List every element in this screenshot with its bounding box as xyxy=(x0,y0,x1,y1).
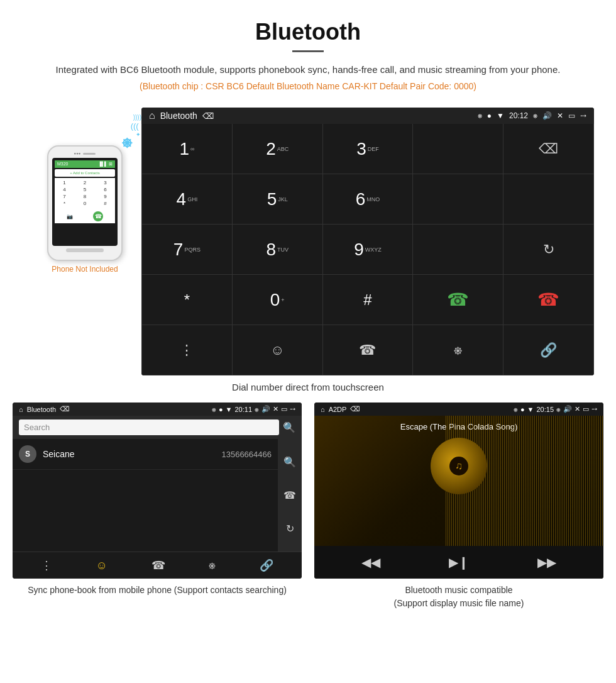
bluetooth-nav-icon: ⎈ xyxy=(454,342,462,358)
dial-backspace[interactable]: ⌫ xyxy=(503,124,594,174)
play-pause-icon[interactable]: ▶❙ xyxy=(449,555,469,570)
back-icon[interactable]: ⤍ xyxy=(580,111,586,120)
dial-contacts[interactable]: ☺ xyxy=(233,325,323,375)
pb-vol-icon: 🔊 xyxy=(261,405,270,413)
phone-call-bar: 📷 ☎ xyxy=(55,209,115,223)
pb-contacts-icon[interactable]: ☺ xyxy=(96,559,107,572)
phone-body: ●●● M320 ▐▌▌ ⊠ + Add to Contacts 1 2 3 xyxy=(47,145,123,261)
volume-icon: 🔊 xyxy=(542,111,552,120)
dial-key-hash[interactable]: # xyxy=(323,275,414,325)
phonebook-screenshot-item: ⌂ Bluetooth ⌫ ⎈ ● ▼ 20:11 ⎈ 🔊 ✕ ▭ ⤍ xyxy=(13,403,302,611)
dial-grid: 1∞ 2ABC 3DEF ⌫ 4GHI 5JKL xyxy=(141,124,594,375)
music-album-art: ♫ xyxy=(431,438,487,494)
music-back-icon[interactable]: ⤍ xyxy=(591,405,597,413)
dial-key-6[interactable]: 6MNO xyxy=(323,174,414,225)
music-vol-icon: 🔊 xyxy=(563,405,572,413)
music-screen-title: A2DP xyxy=(329,406,347,413)
link-icon: 🔗 xyxy=(540,342,557,358)
apps-icon: ⋮ xyxy=(180,342,194,358)
phone-call-button[interactable]: ☎ xyxy=(93,211,103,221)
music-status-bar: ⌂ A2DP ⌫ ⎈ ● ▼ 20:15 ⎈ 🔊 ✕ ▭ ⤍ xyxy=(314,403,603,416)
music-home-icon[interactable]: ⌂ xyxy=(321,406,325,413)
dial-key-8[interactable]: 8TUV xyxy=(233,225,323,275)
phone-numpad-row-1: 1 2 3 xyxy=(57,180,113,186)
music-x-icon[interactable]: ✕ xyxy=(575,405,580,413)
pb-x-icon[interactable]: ✕ xyxy=(273,405,278,413)
page-title: Bluetooth xyxy=(13,19,603,45)
dial-key-star[interactable]: * xyxy=(142,275,233,325)
pb-side-search-icon[interactable]: 🔍 xyxy=(283,456,296,468)
pb-link-icon[interactable]: 🔗 xyxy=(260,558,273,572)
pb-side-reload-icon[interactable]: ↻ xyxy=(286,523,294,535)
title-underline xyxy=(292,50,324,52)
camera-icon: 📷 xyxy=(67,214,73,219)
status-right: ⎈ ● ▼ 20:12 ⎈ 🔊 ✕ ▭ ⤍ xyxy=(478,111,586,120)
bottom-screenshots: ⌂ Bluetooth ⌫ ⎈ ● ▼ 20:11 ⎈ 🔊 ✕ ▭ ⤍ xyxy=(0,403,616,624)
pb-bluetooth-icon[interactable]: ⎈ xyxy=(209,559,216,572)
pb-search-input[interactable]: Search xyxy=(19,419,279,435)
phone-not-included-label: Phone Not Included xyxy=(22,265,148,274)
pb-side-icons: 🔍 ☎ ↻ xyxy=(278,439,302,552)
call-green-icon: ☎ xyxy=(447,289,469,310)
contacts-icon: ☺ xyxy=(270,342,284,358)
music-time: 20:15 xyxy=(536,406,554,413)
pb-time: 20:11 xyxy=(234,406,252,413)
main-area: )))) ((( ✦ ⎈ ●●● M320 ▐▌▌ ⊠ + Add to Con… xyxy=(0,108,616,375)
dial-apps[interactable]: ⋮ xyxy=(142,325,233,375)
pb-back-icon[interactable]: ⤍ xyxy=(290,405,295,413)
dial-call-red[interactable]: ☎ xyxy=(503,275,594,325)
pb-search-icon[interactable]: 🔍 xyxy=(283,421,295,433)
bluetooth-specs: (Bluetooth chip : CSR BC6 Default Blueto… xyxy=(13,81,603,91)
pb-usb-icon: ⌫ xyxy=(60,405,70,413)
dial-call-green[interactable]: ☎ xyxy=(413,275,503,325)
phonebook-caption: Sync phone-book from mobile phone (Suppo… xyxy=(13,579,302,598)
music-body: Escape (The Pina Colada Song) ♫ ◀◀ ▶❙ ▶▶ xyxy=(314,416,603,579)
pb-side-call-icon[interactable]: ☎ xyxy=(283,489,296,501)
home-icon[interactable]: ⌂ xyxy=(149,110,155,121)
pb-contact-row[interactable]: S Seicane 13566664466 xyxy=(13,439,278,470)
dial-key-7[interactable]: 7PQRS xyxy=(142,225,233,275)
phone-home-button xyxy=(66,248,104,252)
car-screen-wrapper: ⌂ Bluetooth ⌫ ⎈ ● ▼ 20:12 ⎈ 🔊 ✕ ▭ ⤍ xyxy=(141,108,594,375)
music-note-icon: ♫ xyxy=(449,457,468,475)
dial-key-5[interactable]: 5JKL xyxy=(233,174,323,225)
pb-cam-icon: ⎈ xyxy=(255,406,259,413)
pb-phone-icon[interactable]: ☎ xyxy=(151,558,165,572)
phone-top-bar: ●●● xyxy=(52,152,118,155)
pb-search-bar: Search 🔍 xyxy=(13,416,302,439)
pb-loc-icon: ● xyxy=(219,406,223,413)
dial-key-0[interactable]: 0+ xyxy=(233,275,323,325)
pb-apps-icon[interactable]: ⋮ xyxy=(41,558,52,572)
call-red-icon: ☎ xyxy=(537,289,559,310)
dial-link[interactable]: 🔗 xyxy=(503,325,594,375)
dial-bluetooth[interactable]: ⎈ xyxy=(413,325,503,375)
dial-empty-1 xyxy=(413,124,503,174)
pb-bt-icon: ⎈ xyxy=(212,406,216,413)
page-header: Bluetooth Integrated with BC6 Bluetooth … xyxy=(0,0,616,108)
time-display: 20:12 xyxy=(509,111,528,120)
phone-mockup-container: )))) ((( ✦ ⎈ ●●● M320 ▐▌▌ ⊠ + Add to Con… xyxy=(22,145,148,274)
pb-contact-list: S Seicane 13566664466 xyxy=(13,439,278,552)
next-track-icon[interactable]: ▶▶ xyxy=(537,555,556,570)
pb-home-icon[interactable]: ⌂ xyxy=(19,406,23,413)
dial-key-4[interactable]: 4GHI xyxy=(142,174,233,225)
bluetooth-status-icon: ⎈ xyxy=(478,111,482,120)
dial-reload[interactable]: ↻ xyxy=(503,225,594,275)
music-screenshot-item: ⌂ A2DP ⌫ ⎈ ● ▼ 20:15 ⎈ 🔊 ✕ ▭ ⤍ xyxy=(314,403,603,611)
phone-screen-header: M320 ▐▌▌ ⊠ xyxy=(55,160,115,168)
dial-empty-3 xyxy=(503,174,594,225)
dial-key-3[interactable]: 3DEF xyxy=(323,124,414,174)
music-win-icon: ▭ xyxy=(583,405,589,413)
bluetooth-logo-icon: ⎈ xyxy=(122,133,132,152)
dial-phone[interactable]: ☎ xyxy=(323,325,414,375)
phone-numpad: 1 2 3 4 5 6 7 8 9 * xyxy=(55,178,115,209)
close-icon[interactable]: ✕ xyxy=(557,111,563,120)
music-controls: ◀◀ ▶❙ ▶▶ xyxy=(314,546,603,579)
prev-track-icon[interactable]: ◀◀ xyxy=(361,555,380,570)
music-loc-icon: ● xyxy=(520,406,525,413)
car-screen: ⌂ Bluetooth ⌫ ⎈ ● ▼ 20:12 ⎈ 🔊 ✕ ▭ ⤍ xyxy=(141,108,594,375)
reload-icon: ↻ xyxy=(543,242,554,258)
dial-key-2[interactable]: 2ABC xyxy=(233,124,323,174)
dial-key-1[interactable]: 1∞ xyxy=(142,124,233,174)
dial-key-9[interactable]: 9WXYZ xyxy=(323,225,414,275)
